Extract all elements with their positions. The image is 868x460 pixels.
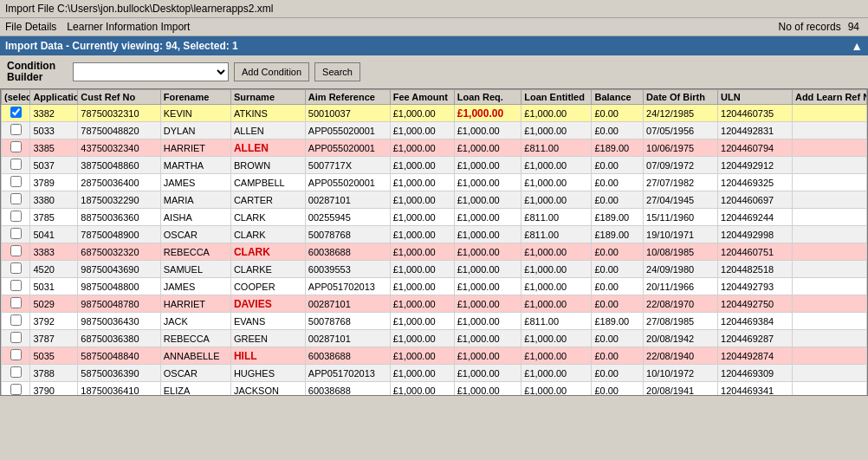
table-cell: £1,000.00: [521, 330, 592, 347]
table-cell: £1,000.00: [390, 139, 454, 157]
table-cell: £1,000.00: [521, 365, 592, 382]
row-checkbox[interactable]: [10, 211, 22, 222]
table-cell: 5037: [30, 157, 78, 174]
table-cell: 50078768: [305, 313, 390, 330]
table-cell: [792, 365, 866, 382]
table-cell[interactable]: [2, 295, 30, 313]
table-cell: £1,000.00: [521, 243, 592, 261]
table-row[interactable]: 504178750048900OSCARCLARK50078768£1,000.…: [2, 226, 867, 243]
row-checkbox[interactable]: [10, 384, 22, 395]
menu-file-details[interactable]: File Details: [5, 21, 56, 33]
table-cell[interactable]: [2, 243, 30, 261]
table-cell: 3385: [30, 139, 78, 157]
table-cell: 3785: [30, 209, 78, 226]
row-checkbox[interactable]: [10, 314, 22, 326]
table-cell: £0.00: [592, 122, 644, 139]
table-cell: 68750032320: [78, 243, 160, 261]
row-checkbox[interactable]: [10, 349, 22, 360]
table-cell: 98750043690: [78, 261, 160, 278]
table-row[interactable]: 378768750036380REBECCAGREEN00287101£1,00…: [2, 330, 867, 347]
table-cell: £1,000.00: [454, 365, 521, 382]
table-cell: £0.00: [592, 330, 644, 347]
row-checkbox[interactable]: [10, 107, 22, 118]
table-row[interactable]: 503198750048800JAMESCOOPERAPP051702013£1…: [2, 278, 867, 295]
table-cell[interactable]: [2, 174, 30, 191]
condition-builder-area: Condition Builder Add Condition Search: [0, 55, 868, 88]
table-row[interactable]: 452098750043690SAMUELCLARKE60039553£1,00…: [2, 261, 867, 278]
table-cell: 60038688: [305, 347, 390, 365]
row-checkbox[interactable]: [10, 141, 22, 152]
table-cell: £0.00: [592, 261, 644, 278]
table-container[interactable]: (select) Application ID Cust Ref No Fore…: [0, 88, 868, 396]
table-cell: 5031: [30, 278, 78, 295]
table-row[interactable]: 379018750036410ELIZAJACKSON60038688£1,00…: [2, 382, 867, 397]
table-cell: £0.00: [592, 278, 644, 295]
table-cell: [792, 382, 866, 397]
condition-dropdown[interactable]: [73, 62, 229, 81]
table-cell[interactable]: [2, 139, 30, 157]
table-cell: 00255945: [305, 209, 390, 226]
table-cell: [792, 295, 866, 313]
table-cell: 68750036380: [78, 330, 160, 347]
table-cell: CLARKE: [230, 261, 305, 278]
table-row[interactable]: 338368750032320REBECCACLARK60038688£1,00…: [2, 243, 867, 261]
table-row[interactable]: 338018750032290MARIACARTER00287101£1,000…: [2, 191, 867, 209]
table-cell: 28750036400: [78, 174, 160, 191]
row-checkbox[interactable]: [10, 193, 22, 204]
table-cell[interactable]: [2, 261, 30, 278]
table-cell[interactable]: [2, 365, 30, 382]
table-row[interactable]: 503558750048840ANNABELLEHILL60038688£1,0…: [2, 347, 867, 365]
table-row[interactable]: 502998750048780HARRIETDAVIES00287101£1,0…: [2, 295, 867, 313]
table-row[interactable]: 379298750036430JACKEVANS50078768£1,000.0…: [2, 313, 867, 330]
table-cell[interactable]: [2, 105, 30, 122]
table-cell: 98750048780: [78, 295, 160, 313]
menu-learner-import[interactable]: Learner Information Import: [67, 21, 190, 33]
table-cell[interactable]: [2, 278, 30, 295]
table-cell: 3383: [30, 243, 78, 261]
table-row[interactable]: 338543750032340HARRIETALLENAPP055020001£…: [2, 139, 867, 157]
table-row[interactable]: 378588750036360AISHACLARK00255945£1,000.…: [2, 209, 867, 226]
table-cell[interactable]: [2, 347, 30, 365]
table-cell: £1,000.00: [390, 122, 454, 139]
table-cell[interactable]: [2, 382, 30, 397]
search-button[interactable]: Search: [314, 62, 360, 81]
table-row[interactable]: 338278750032310KEVINATKINS50010037£1,000…: [2, 105, 867, 122]
table-cell[interactable]: [2, 209, 30, 226]
table-cell[interactable]: [2, 226, 30, 243]
col-header-loanent: Loan Entitled: [521, 90, 592, 105]
table-cell: £1,000.00: [454, 226, 521, 243]
table-cell: 1204469309: [718, 365, 793, 382]
table-cell[interactable]: [2, 122, 30, 139]
title-bar: Import File C:\Users\jon.bullock\Desktop…: [0, 0, 868, 18]
table-row[interactable]: 378858750036390OSCARHUGHESAPP051702013£1…: [2, 365, 867, 382]
add-condition-button[interactable]: Add Condition: [234, 62, 309, 81]
row-checkbox[interactable]: [10, 262, 22, 274]
table-cell: [792, 157, 866, 174]
table-cell: £1,000.00: [454, 313, 521, 330]
table-cell: £1,000.00: [454, 105, 521, 122]
row-checkbox[interactable]: [10, 245, 22, 256]
table-row[interactable]: 378928750036400JAMESCAMPBELLAPP055020001…: [2, 174, 867, 191]
row-checkbox[interactable]: [10, 176, 22, 187]
table-cell: BROWN: [230, 157, 305, 174]
row-checkbox[interactable]: [10, 124, 22, 135]
row-checkbox[interactable]: [10, 297, 22, 308]
row-checkbox[interactable]: [10, 228, 22, 239]
collapse-button[interactable]: ▲: [851, 39, 863, 53]
table-row[interactable]: 503378750048820DYLANALLENAPP055020001£1,…: [2, 122, 867, 139]
table-row[interactable]: 503738750048860MARTHABROWN5007717X£1,000…: [2, 157, 867, 174]
table-cell[interactable]: [2, 330, 30, 347]
table-cell: £811.00: [521, 139, 592, 157]
row-checkbox[interactable]: [10, 332, 22, 343]
table-cell[interactable]: [2, 157, 30, 174]
row-checkbox[interactable]: [10, 159, 22, 170]
table-cell[interactable]: [2, 191, 30, 209]
table-cell: 22/08/1970: [644, 295, 718, 313]
table-cell: 20/08/1941: [644, 382, 718, 397]
table-cell: 3790: [30, 382, 78, 397]
table-cell: 3380: [30, 191, 78, 209]
row-checkbox[interactable]: [10, 366, 22, 378]
table-cell: 00287101: [305, 295, 390, 313]
table-cell[interactable]: [2, 313, 30, 330]
row-checkbox[interactable]: [10, 280, 22, 291]
